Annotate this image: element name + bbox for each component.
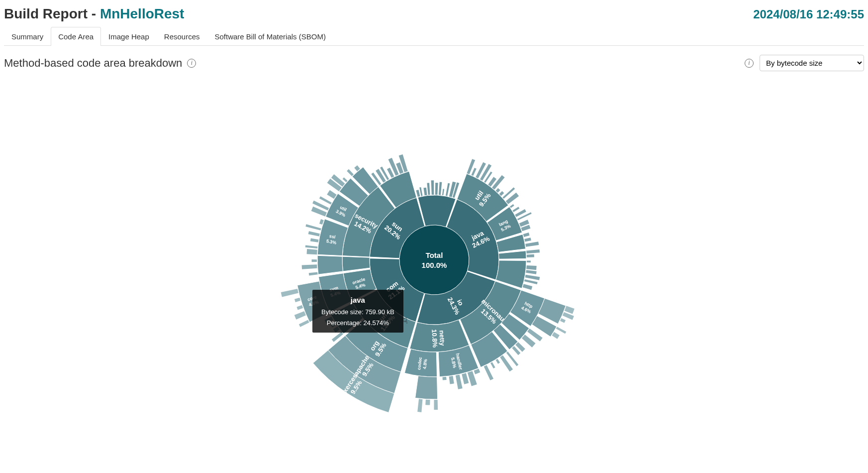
info-icon[interactable]: i xyxy=(745,59,754,68)
section-header: Method-based code area breakdown i i By … xyxy=(4,46,864,73)
svg-text:Total: Total xyxy=(425,251,443,259)
title-prefix: Build Report - xyxy=(4,6,100,21)
tab-summary[interactable]: Summary xyxy=(4,27,51,46)
svg-text:100.0%: 100.0% xyxy=(421,261,447,269)
section-controls: i By bytecode size xyxy=(745,55,864,71)
page-header: Build Report - MnHelloRest 2024/08/16 12… xyxy=(4,4,864,27)
section-title-wrap: Method-based code area breakdown i xyxy=(4,57,196,70)
project-name: MnHelloRest xyxy=(100,6,185,21)
tab-code-area[interactable]: Code Area xyxy=(51,27,101,46)
info-icon[interactable]: i xyxy=(187,59,196,68)
sunburst-segment[interactable] xyxy=(409,320,469,352)
tab-resources[interactable]: Resources xyxy=(157,27,207,46)
build-timestamp: 2024/08/16 12:49:55 xyxy=(753,7,864,21)
section-title: Method-based code area breakdown xyxy=(4,57,182,70)
tooltip-title: java xyxy=(321,294,394,307)
tab-sbom[interactable]: Software Bill of Materials (SBOM) xyxy=(207,27,333,46)
tab-bar: Summary Code Area Image Heap Resources S… xyxy=(4,27,864,46)
page-title: Build Report - MnHelloRest xyxy=(4,6,184,22)
sunburst-segment[interactable] xyxy=(498,251,526,259)
sort-select[interactable]: By bytecode size xyxy=(760,55,864,71)
sunburst-chart[interactable]: Total100.0%java24.6%util9.5%lang5.3%io24… xyxy=(4,73,864,447)
chart-tooltip: java Bytecode size: 759.90 kB Percentage… xyxy=(312,290,403,333)
tooltip-percent: Percentage: 24.574% xyxy=(321,318,394,329)
tooltip-size: Bytecode size: 759.90 kB xyxy=(321,307,394,318)
sunburst-center[interactable] xyxy=(399,225,469,295)
sunburst-segment[interactable] xyxy=(415,376,437,399)
tab-image-heap[interactable]: Image Heap xyxy=(101,27,157,46)
sunburst-segment[interactable] xyxy=(404,349,437,377)
sunburst-segment[interactable] xyxy=(317,255,343,274)
sunburst-segment[interactable] xyxy=(342,256,370,271)
